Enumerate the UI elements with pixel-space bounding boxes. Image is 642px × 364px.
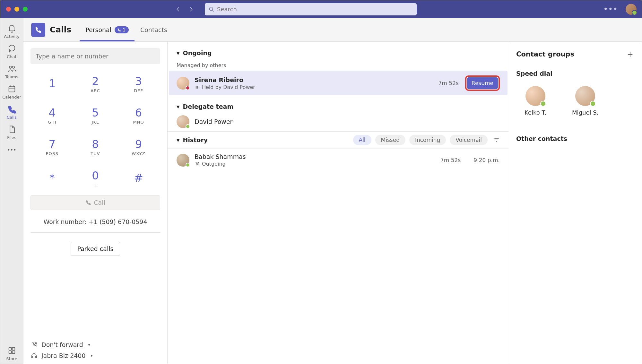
rail-calendar[interactable]: Calender bbox=[0, 82, 23, 102]
ongoing-call-row[interactable]: Sirena Ribeiro Held by David Power 7m 52… bbox=[169, 71, 508, 95]
add-contact-group-icon[interactable]: ＋ bbox=[626, 48, 635, 60]
dialer-panel: 1 2ABC 3DEF 4GHI 5JKL 6MNO 7PQRS 8TUV 9W… bbox=[23, 42, 168, 364]
key-7[interactable]: 7PQRS bbox=[30, 131, 74, 162]
rail-label: Teams bbox=[5, 74, 18, 79]
phone-icon bbox=[117, 28, 121, 32]
dial-input[interactable] bbox=[30, 48, 160, 64]
phone-icon bbox=[85, 200, 91, 205]
pause-icon bbox=[195, 85, 199, 90]
section-title: Ongoing bbox=[183, 49, 212, 56]
tab-contacts[interactable]: Contacts bbox=[134, 18, 173, 41]
key-9[interactable]: 9WXYZ bbox=[117, 131, 160, 162]
key-6[interactable]: 6MNO bbox=[117, 100, 160, 131]
svg-point-2 bbox=[9, 45, 15, 51]
key-0[interactable]: 0+ bbox=[74, 162, 117, 194]
delegate-row[interactable]: David Power bbox=[168, 112, 509, 131]
history-section-toggle[interactable]: ▾ History bbox=[177, 136, 353, 143]
avatar bbox=[177, 115, 189, 128]
minimize-window-icon[interactable] bbox=[14, 7, 19, 12]
file-icon bbox=[7, 125, 16, 134]
avatar bbox=[177, 77, 189, 90]
nav-forward-icon[interactable] bbox=[188, 6, 194, 12]
rail-label: Calls bbox=[7, 115, 17, 120]
svg-rect-5 bbox=[9, 86, 15, 92]
keypad: 1 2ABC 3DEF 4GHI 5JKL 6MNO 7PQRS 8TUV 9W… bbox=[30, 68, 160, 194]
key-4[interactable]: 4GHI bbox=[30, 100, 74, 131]
forward-setting[interactable]: Don't forward ▾ bbox=[30, 341, 93, 348]
me-avatar[interactable] bbox=[626, 4, 637, 15]
rail-chat[interactable]: Chat bbox=[0, 41, 23, 62]
page-header: Calls Personal 1 Contacts bbox=[23, 18, 642, 42]
svg-rect-12 bbox=[12, 351, 15, 353]
device-setting[interactable]: Jabra Biz 2400 ▾ bbox=[30, 352, 93, 359]
contact-groups-panel: Contact groups ＋ Speed dial Keiko T. Mig… bbox=[509, 42, 642, 364]
close-window-icon[interactable] bbox=[6, 7, 11, 12]
caller-name: Sirena Ribeiro bbox=[195, 76, 433, 83]
key-1[interactable]: 1 bbox=[30, 68, 74, 100]
fullscreen-window-icon[interactable] bbox=[23, 7, 28, 12]
key-3[interactable]: 3DEF bbox=[117, 68, 160, 100]
svg-point-4 bbox=[12, 66, 14, 68]
search-input[interactable] bbox=[217, 6, 413, 13]
search-icon bbox=[209, 6, 214, 12]
chevron-down-icon: ▾ bbox=[88, 342, 90, 347]
filter-voicemail[interactable]: Voicemail bbox=[450, 135, 488, 145]
key-5[interactable]: 5JKL bbox=[74, 100, 117, 131]
chevron-down-icon: ▾ bbox=[91, 353, 92, 358]
avatar bbox=[177, 154, 189, 167]
filter-icon[interactable] bbox=[493, 137, 500, 143]
rail-activity[interactable]: Activity bbox=[0, 21, 23, 41]
delegate-section-toggle[interactable]: ▾ Delegate team bbox=[168, 101, 509, 112]
parked-calls-button[interactable]: Parked calls bbox=[71, 242, 120, 256]
rail-files[interactable]: Files bbox=[0, 122, 23, 143]
call-direction: Outgoing bbox=[202, 161, 226, 167]
history-header: ▾ History All Missed Incoming Voicemail bbox=[168, 131, 509, 148]
resume-button[interactable]: Resume bbox=[467, 77, 498, 89]
svg-rect-9 bbox=[9, 348, 11, 350]
rail-label: Chat bbox=[7, 54, 16, 59]
other-contacts-title: Other contacts bbox=[516, 135, 635, 142]
titlebar: ••• bbox=[0, 0, 642, 18]
more-options-icon[interactable]: ••• bbox=[603, 5, 618, 14]
nav-back-icon[interactable] bbox=[175, 6, 181, 12]
call-duration: 7m 52s bbox=[440, 157, 461, 163]
chevron-down-icon: ▾ bbox=[177, 49, 180, 56]
device-label: Jabra Biz 2400 bbox=[41, 352, 85, 359]
chat-icon bbox=[7, 44, 16, 53]
key-hash[interactable]: # bbox=[117, 162, 160, 194]
speed-dial-contact[interactable]: Miguel S. bbox=[572, 86, 598, 116]
key-8[interactable]: 8TUV bbox=[74, 131, 117, 162]
speed-dial-title: Speed dial bbox=[516, 70, 635, 77]
outgoing-icon bbox=[195, 161, 199, 166]
svg-rect-16 bbox=[196, 86, 197, 89]
rail-label: Files bbox=[7, 135, 16, 140]
filter-incoming[interactable]: Incoming bbox=[409, 135, 446, 145]
svg-rect-14 bbox=[31, 356, 33, 358]
tab-label: Contacts bbox=[140, 26, 167, 33]
rail-calls[interactable]: Calls bbox=[0, 102, 23, 122]
svg-rect-15 bbox=[36, 356, 37, 358]
rail-teams[interactable]: Teams bbox=[0, 62, 23, 82]
key-star[interactable]: * bbox=[30, 162, 74, 194]
tab-personal[interactable]: Personal 1 bbox=[80, 18, 134, 41]
filter-missed[interactable]: Missed bbox=[375, 135, 405, 145]
calls-app-icon bbox=[31, 23, 45, 37]
filter-all[interactable]: All bbox=[353, 135, 371, 145]
rail-more-icon[interactable]: ••• bbox=[7, 143, 16, 158]
section-title: History bbox=[183, 136, 208, 143]
contact-name: Keiko T. bbox=[525, 109, 546, 116]
rail-label: Calender bbox=[2, 95, 21, 100]
headset-icon bbox=[30, 352, 38, 359]
presence-available-icon bbox=[540, 101, 546, 107]
managed-by-others-label: Managed by others bbox=[168, 58, 509, 71]
rail-store[interactable]: Store bbox=[0, 343, 23, 364]
call-button[interactable]: Call bbox=[30, 195, 160, 210]
search-box[interactable] bbox=[205, 3, 417, 15]
history-row[interactable]: Babak Shammas Outgoing 7m 52s 9:20 p.m. bbox=[168, 148, 509, 171]
ongoing-section-toggle[interactable]: ▾ Ongoing bbox=[168, 48, 509, 58]
key-2[interactable]: 2ABC bbox=[74, 68, 117, 100]
page-title: Calls bbox=[50, 25, 71, 34]
svg-rect-11 bbox=[9, 351, 11, 353]
speed-dial-contact[interactable]: Keiko T. bbox=[525, 86, 546, 116]
delegate-name: David Power bbox=[195, 118, 500, 125]
